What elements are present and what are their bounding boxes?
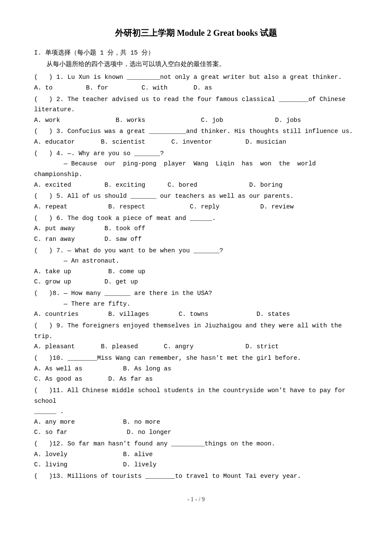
question-2: ( ) 2. The teacher advised us to read th…	[34, 94, 358, 126]
section1-header: I. 单项选择（每小题 1 分，共 15 分）	[34, 48, 358, 58]
question-8: ( )8. — How many _______ are there in th…	[34, 288, 358, 320]
page-title: 外研初三上学期 Module 2 Great books 试题	[34, 26, 358, 40]
section1-sub: 从每小题所给的四个选项中，选出可以填入空白处的最佳答案。	[34, 59, 358, 70]
question-11: ( )11. All Chinese middle school student…	[34, 385, 358, 438]
question-3: ( ) 3. Confucius was a great __________a…	[34, 126, 358, 147]
question-7: ( ) 7. — What do you want to be when you…	[34, 246, 358, 288]
question-10: ( )10. ________Miss Wang can remember, s…	[34, 353, 358, 384]
page-footer: - 1 - / 9	[34, 494, 358, 505]
question-1: ( ) 1. Lu Xun is known _________not only…	[34, 72, 358, 93]
question-6: ( ) 6. The dog took a piece of meat and …	[34, 213, 358, 245]
question-9: ( ) 9. The foreigners enjoyed themselves…	[34, 321, 358, 352]
question-4: ( ) 4. —. Why are you so _______? — Beca…	[34, 148, 358, 191]
question-5: ( ) 5. All of us should _______ our teac…	[34, 191, 358, 212]
question-13: ( )13. Millions of tourists ________to t…	[34, 471, 358, 482]
question-12: ( )12. So far man hasn't found any _____…	[34, 439, 358, 470]
